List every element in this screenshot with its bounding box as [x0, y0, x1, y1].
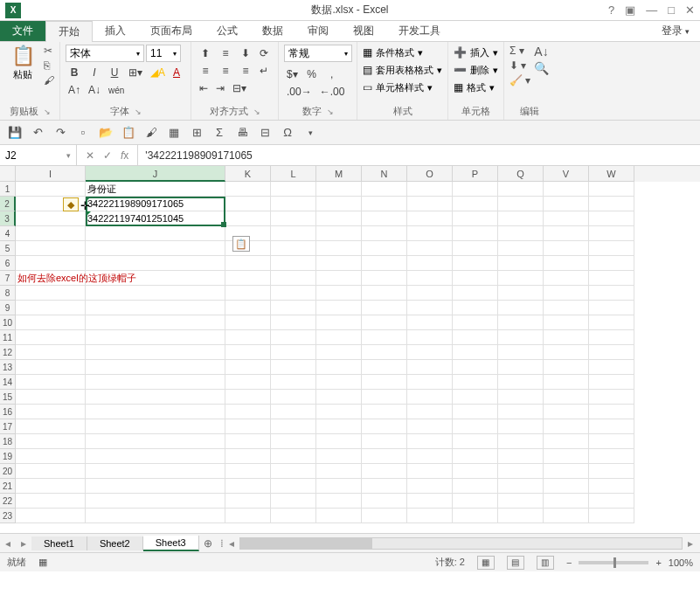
tab-home[interactable]: 开始 [45, 21, 93, 42]
cell[interactable] [407, 197, 453, 211]
row-header[interactable]: 17 [0, 419, 16, 434]
cell[interactable] [86, 464, 225, 479]
cell[interactable] [16, 330, 86, 345]
view-pagelayout-button[interactable]: ▤ [507, 556, 524, 570]
border-button[interactable]: ⊞▾ [126, 64, 145, 81]
cell[interactable] [362, 464, 407, 479]
cell[interactable] [86, 315, 225, 330]
cell[interactable] [407, 330, 453, 345]
cell[interactable] [589, 182, 634, 197]
col-header-I[interactable]: I [16, 166, 86, 182]
col-header-P[interactable]: P [453, 166, 498, 182]
cell[interactable] [86, 390, 225, 405]
cell[interactable] [316, 494, 362, 509]
qat-open-button[interactable]: 📂 [98, 125, 114, 141]
cell[interactable] [453, 345, 498, 360]
zoom-slider[interactable] [579, 561, 648, 564]
qat-new-button[interactable]: ▫ [75, 125, 91, 141]
cell[interactable] [16, 449, 86, 464]
cell[interactable] [16, 464, 86, 479]
tab-developer[interactable]: 开发工具 [386, 21, 453, 41]
cell[interactable] [271, 345, 316, 360]
cell[interactable] [225, 197, 271, 211]
decrease-indent-button[interactable]: ⇤ [197, 80, 211, 97]
cell[interactable] [453, 226, 498, 241]
font-name-select[interactable]: 宋体▾ [66, 45, 144, 62]
sheet-nav-next[interactable]: ▸ [16, 537, 31, 550]
macro-record-icon[interactable]: ▦ [38, 557, 47, 568]
cell[interactable] [498, 301, 544, 315]
cell[interactable] [589, 197, 634, 211]
cell[interactable] [271, 315, 316, 330]
cell[interactable] [544, 375, 589, 390]
row-header[interactable]: 18 [0, 434, 16, 449]
cell[interactable] [589, 330, 634, 345]
cell[interactable] [316, 256, 362, 271]
cell[interactable] [362, 197, 407, 211]
clipboard-dialog-icon[interactable]: ↘ [44, 107, 51, 116]
copy-button[interactable]: ⎘ [44, 59, 54, 72]
cell[interactable] [86, 330, 225, 345]
cell[interactable] [362, 449, 407, 464]
cell[interactable] [589, 479, 634, 494]
cell[interactable] [362, 405, 407, 419]
cell[interactable] [453, 390, 498, 405]
qat-customize-button[interactable]: ▾ [302, 125, 318, 141]
cell[interactable] [362, 390, 407, 405]
cell[interactable] [407, 419, 453, 434]
sheet-nav-prev[interactable]: ◂ [0, 537, 16, 550]
cell[interactable] [407, 315, 453, 330]
cell[interactable] [316, 464, 362, 479]
sheet-tab-Sheet3[interactable]: Sheet3 [143, 536, 199, 551]
cell[interactable] [271, 464, 316, 479]
cell[interactable] [589, 509, 634, 523]
format-cells-button[interactable]: ▦格式 ▾ [454, 80, 498, 95]
cell[interactable] [498, 271, 544, 286]
format-as-table-button[interactable]: ▤套用表格格式 ▾ [363, 62, 442, 78]
cell[interactable] [498, 464, 544, 479]
cell[interactable] [407, 286, 453, 301]
minimize-icon[interactable]: — [646, 3, 657, 17]
add-sheet-button[interactable]: ⊕ [199, 537, 217, 550]
cell[interactable] [225, 330, 271, 345]
col-header-Q[interactable]: Q [498, 166, 544, 182]
cell[interactable] [498, 405, 544, 419]
cell[interactable] [498, 419, 544, 434]
cell[interactable] [86, 360, 225, 375]
orientation-button[interactable]: ⟳ [257, 45, 271, 62]
row-header[interactable]: 13 [0, 360, 16, 375]
italic-button[interactable]: I [86, 64, 103, 81]
hscroll-thumb[interactable] [240, 538, 373, 549]
cell[interactable] [453, 315, 498, 330]
cell[interactable] [316, 301, 362, 315]
tab-file[interactable]: 文件 [0, 21, 45, 41]
grow-font-button[interactable]: A↑ [66, 81, 83, 99]
cell[interactable] [225, 182, 271, 197]
col-header-K[interactable]: K [225, 166, 271, 182]
cell[interactable] [407, 390, 453, 405]
alignment-dialog-icon[interactable]: ↘ [253, 107, 260, 116]
cell[interactable] [271, 494, 316, 509]
increase-indent-button[interactable]: ⇥ [213, 80, 227, 97]
cut-button[interactable]: ✂ [44, 45, 54, 57]
col-header-J[interactable]: J [86, 166, 225, 182]
sheet-tab-Sheet1[interactable]: Sheet1 [31, 536, 87, 550]
cell[interactable] [544, 434, 589, 449]
cell[interactable] [453, 286, 498, 301]
error-indicator-icon[interactable] [63, 197, 79, 211]
cell[interactable] [362, 301, 407, 315]
cell[interactable] [86, 256, 225, 271]
cell[interactable] [362, 345, 407, 360]
fx-button[interactable]: fx [121, 149, 128, 162]
cell[interactable] [16, 241, 86, 256]
align-right-button[interactable]: ≡ [237, 62, 254, 80]
align-top-button[interactable]: ⬆ [197, 45, 214, 62]
cell[interactable] [544, 256, 589, 271]
cell[interactable] [498, 256, 544, 271]
cell[interactable] [589, 241, 634, 256]
name-box[interactable]: J2▾ [0, 145, 77, 165]
decrease-decimal-button[interactable]: ←.00 [317, 83, 348, 100]
cell[interactable] [271, 419, 316, 434]
cell[interactable] [544, 494, 589, 509]
cell[interactable] [271, 360, 316, 375]
